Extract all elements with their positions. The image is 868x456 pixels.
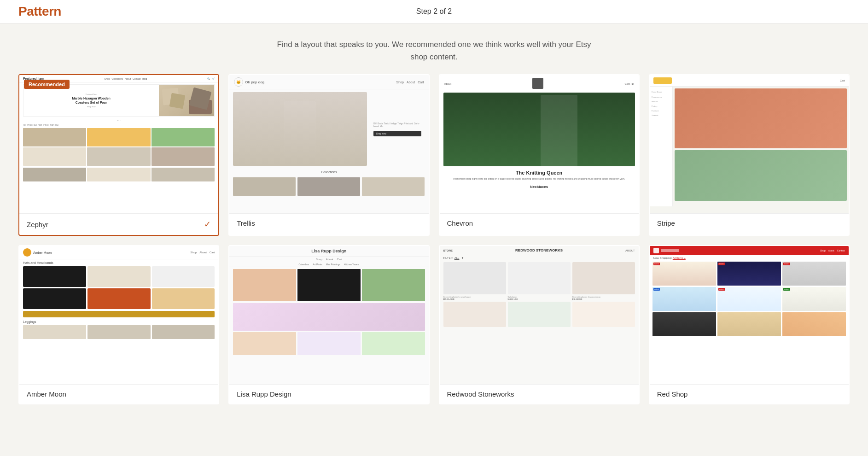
theme-footer-red-shop: Red Shop xyxy=(650,384,849,403)
theme-card-lisa-rupp[interactable]: Lisa Rupp Design Shop About Cart Calenda… xyxy=(228,245,429,404)
theme-footer-trellis: Trellis xyxy=(229,213,428,233)
theme-card-trellis[interactable]: 🐱 Oh pop dog Shop About Cart Oh! Basic T… xyxy=(228,74,429,236)
theme-name-zephyr: Zephyr xyxy=(27,221,48,228)
theme-card-stripe[interactable]: Cart Home Decor Housewares Wall Art Pott… xyxy=(649,74,850,236)
trellis-preview: 🐱 Oh pop dog Shop About Cart Oh! Basic T… xyxy=(229,75,428,213)
chevron-preview: About Cart (1) The Knitting Queen I reme… xyxy=(440,75,639,213)
red-shop-preview: Shop About Contact Now Shopping: All Ite… xyxy=(650,246,849,384)
theme-card-chevron[interactable]: About Cart (1) The Knitting Queen I reme… xyxy=(439,74,640,236)
zephyr-preview: Featured Item Shop Collections About Con… xyxy=(19,75,218,213)
theme-footer-stripe: Stripe xyxy=(650,213,849,233)
theme-preview-trellis: 🐱 Oh pop dog Shop About Cart Oh! Basic T… xyxy=(229,75,428,213)
themes-grid: Recommended Featured Item Shop Collectio… xyxy=(0,74,868,423)
theme-name-redwood: Redwood Stoneworks xyxy=(447,390,514,398)
amber-moon-preview: Amber Moon Shop About Cart Hats and Head… xyxy=(19,246,218,384)
theme-name-lisa-rupp: Lisa Rupp Design xyxy=(237,390,291,398)
header: Pattern Step 2 of 2 xyxy=(0,0,868,23)
theme-preview-zephyr: Recommended Featured Item Shop Collectio… xyxy=(19,75,218,213)
theme-preview-amber-moon: Amber Moon Shop About Cart Hats and Head… xyxy=(19,246,218,384)
theme-card-redwood[interactable]: STORE REDWOOD STONEWORKS ABOUT FILTER AL… xyxy=(439,245,640,404)
theme-name-amber-moon: Amber Moon xyxy=(27,390,66,398)
theme-footer-zephyr: Zephyr ✓ xyxy=(19,213,218,235)
theme-card-zephyr[interactable]: Recommended Featured Item Shop Collectio… xyxy=(18,74,219,236)
app-logo: Pattern xyxy=(18,4,61,19)
recommended-badge: Recommended xyxy=(24,80,70,89)
z-hero: Featured Item Marble Hexagon WoodenCoast… xyxy=(23,84,215,117)
theme-preview-redwood: STORE REDWOOD STONEWORKS ABOUT FILTER AL… xyxy=(440,246,639,384)
theme-footer-chevron: Chevron xyxy=(440,213,639,233)
theme-preview-lisa-rupp: Lisa Rupp Design Shop About Cart Calenda… xyxy=(229,246,428,384)
theme-preview-red-shop: Shop About Contact Now Shopping: All Ite… xyxy=(650,246,849,384)
theme-name-stripe: Stripe xyxy=(657,219,675,227)
theme-footer-redwood: Redwood Stoneworks xyxy=(440,384,639,403)
selected-checkmark: ✓ xyxy=(204,219,211,229)
theme-footer-lisa-rupp: Lisa Rupp Design xyxy=(229,384,428,403)
step-indicator: Step 2 of 2 xyxy=(416,7,452,16)
theme-card-amber-moon[interactable]: Amber Moon Shop About Cart Hats and Head… xyxy=(18,245,219,404)
theme-card-red-shop[interactable]: Shop About Contact Now Shopping: All Ite… xyxy=(649,245,850,404)
subtitle-section: Find a layout that speaks to you. We rec… xyxy=(0,23,868,74)
subtitle-text: Find a layout that speaks to you. We rec… xyxy=(273,38,595,63)
theme-footer-amber-moon: Amber Moon xyxy=(19,384,218,403)
theme-name-trellis: Trellis xyxy=(237,219,255,227)
stripe-preview: Cart Home Decor Housewares Wall Art Pott… xyxy=(650,75,849,213)
theme-preview-chevron: About Cart (1) The Knitting Queen I reme… xyxy=(440,75,639,213)
theme-name-red-shop: Red Shop xyxy=(657,390,688,398)
theme-name-chevron: Chevron xyxy=(447,219,473,227)
theme-preview-stripe: Cart Home Decor Housewares Wall Art Pott… xyxy=(650,75,849,213)
redwood-preview: STORE REDWOOD STONEWORKS ABOUT FILTER AL… xyxy=(440,246,639,384)
lisa-rupp-preview: Lisa Rupp Design Shop About Cart Calenda… xyxy=(229,246,428,384)
